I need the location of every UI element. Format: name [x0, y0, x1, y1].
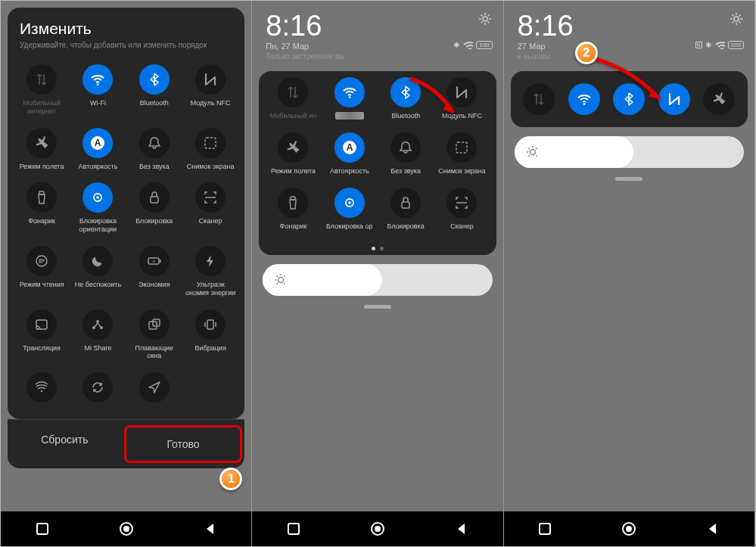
- carrier-text: Только экстренные вы: [266, 52, 489, 61]
- settings-icon[interactable]: [729, 11, 744, 30]
- tile-hotspot[interactable]: [14, 366, 70, 413]
- nav-back-button[interactable]: [204, 522, 217, 536]
- bluetooth-icon: [139, 64, 170, 95]
- tile-wifi[interactable]: [322, 71, 378, 126]
- wifi-status-icon: [714, 39, 725, 51]
- reset-button[interactable]: Сбросить: [8, 423, 122, 465]
- tile-flashlight[interactable]: Фонарик: [14, 176, 70, 240]
- tile-nfc[interactable]: Модуль NFC: [182, 58, 238, 122]
- tile-scanner[interactable]: Сканер: [182, 176, 238, 240]
- tile-label: Мобильный ин: [270, 112, 317, 120]
- airplane-icon: [703, 83, 735, 115]
- arrow-annotation: [406, 75, 467, 131]
- tile-label: Wi-Fi: [90, 99, 106, 107]
- dnd-icon: [82, 246, 113, 276]
- tile-autobright[interactable]: Автояркость: [70, 122, 126, 177]
- tile-airplane[interactable]: Режим полета: [265, 126, 321, 182]
- mishare-icon: [82, 309, 113, 340]
- tile-silent[interactable]: Без звука: [378, 126, 434, 182]
- mobile-data-icon: [523, 83, 555, 115]
- drag-handle[interactable]: [615, 177, 642, 181]
- tile-airplane[interactable]: Режим полета: [14, 122, 70, 177]
- tile-label: Блокировка ор: [326, 222, 373, 231]
- scanner-icon: [195, 182, 226, 213]
- tile-lock[interactable]: Блокировка: [126, 176, 182, 240]
- page-dots: [259, 242, 496, 255]
- tile-label: Снимок экрана: [187, 163, 235, 171]
- rotation-icon: [82, 182, 113, 213]
- tile-wifi[interactable]: Wi-Fi: [70, 58, 126, 122]
- screen-qs-expanded: 8:16 Пн, 27 Мар Только экстренные вы ✱ 1…: [252, 1, 503, 546]
- tile-dnd[interactable]: Не беспокоить: [70, 240, 126, 303]
- nav-recents-button[interactable]: [36, 522, 49, 536]
- tile-ultra[interactable]: Ультраэк ономия энергии: [182, 240, 238, 303]
- tile-screenshot[interactable]: Снимок экрана: [182, 122, 238, 177]
- tile-silent[interactable]: Без звука: [126, 122, 182, 177]
- tile-mishare[interactable]: Mi Share: [70, 303, 126, 367]
- tile-label: Bluetooth: [140, 99, 169, 107]
- nav-bar: [1, 511, 251, 546]
- loc-icon: [139, 372, 170, 402]
- tile-cast[interactable]: Трансляция: [14, 303, 70, 367]
- drag-handle[interactable]: [364, 305, 391, 309]
- tile-label: Не беспокоить: [75, 281, 121, 289]
- brightness-icon: [525, 145, 537, 160]
- tile-mobile-data[interactable]: [521, 79, 556, 120]
- tile-bluetooth[interactable]: Bluetooth: [126, 58, 182, 122]
- svg-rect-22: [37, 524, 48, 534]
- tile-flashlight[interactable]: Фонарик: [265, 182, 321, 237]
- battery-icon: [139, 246, 170, 276]
- floating-icon: [139, 309, 170, 340]
- tile-airplane[interactable]: [702, 79, 736, 120]
- nfc-icon: [195, 64, 226, 95]
- vibration-icon: [195, 309, 226, 340]
- clock-time: 8:16: [518, 11, 741, 40]
- hotspot-icon: [26, 372, 57, 402]
- nav-back-button[interactable]: [706, 522, 720, 536]
- tile-label: Автояркость: [330, 167, 369, 176]
- tile-rotation[interactable]: Блокировка ор: [322, 182, 378, 237]
- nav-recents-button[interactable]: [287, 522, 300, 536]
- screen-qs-collapsed: 8:16 27 Мар е вызовы Тол N ✱ 100 2: [504, 1, 755, 546]
- tile-vibration[interactable]: Вибрация: [182, 303, 238, 367]
- tile-floating[interactable]: Плавающие окна: [126, 303, 182, 367]
- svg-rect-25: [288, 524, 299, 534]
- tile-label: Вибрация: [195, 344, 226, 353]
- wifi-icon: [334, 77, 365, 107]
- tile-sync[interactable]: [70, 366, 126, 413]
- nav-bar: [504, 511, 754, 546]
- tile-label: Блокировка: [387, 222, 425, 231]
- tile-label: Плавающие окна: [128, 344, 181, 361]
- nav-home-button[interactable]: [369, 521, 386, 537]
- tile-loc[interactable]: [126, 366, 182, 413]
- tile-rotation[interactable]: Блокировка ориентации: [70, 176, 126, 240]
- tile-label: Mi Share: [84, 344, 111, 353]
- tile-lock[interactable]: Блокировка: [378, 182, 434, 237]
- brightness-slider[interactable]: [515, 136, 744, 168]
- reading-icon: [26, 246, 57, 276]
- svg-rect-28: [540, 524, 550, 534]
- tile-label: Автояркость: [79, 163, 118, 171]
- brightness-slider[interactable]: [263, 264, 492, 296]
- svg-point-24: [123, 526, 129, 532]
- done-button[interactable]: Готово: [124, 425, 243, 463]
- marker-1: 1: [219, 468, 242, 490]
- tile-scanner[interactable]: Сканер: [434, 182, 490, 237]
- screenshot-icon: [195, 128, 226, 158]
- tile-label: [335, 112, 364, 120]
- brightness-icon: [273, 272, 285, 287]
- tile-battery[interactable]: Экономия: [126, 240, 182, 303]
- nav-home-button[interactable]: [118, 521, 135, 537]
- lock-icon: [139, 182, 170, 213]
- nav-home-button[interactable]: [621, 521, 637, 537]
- nav-recents-button[interactable]: [538, 522, 552, 536]
- tile-mobile-data[interactable]: Мобильный ин: [265, 71, 321, 126]
- tile-screenshot[interactable]: Снимок экрана: [434, 126, 490, 182]
- edit-header: Изменить Удерживайте, чтобы добавить или…: [8, 8, 244, 58]
- tile-mobile-data[interactable]: Мобильный интернет: [14, 58, 70, 122]
- tile-autobright[interactable]: Автояркость: [322, 126, 378, 182]
- tile-reading[interactable]: Режим чтения: [14, 240, 70, 303]
- nav-back-button[interactable]: [455, 522, 468, 536]
- settings-icon[interactable]: [478, 11, 493, 30]
- nfc-status-icon: N: [695, 42, 702, 48]
